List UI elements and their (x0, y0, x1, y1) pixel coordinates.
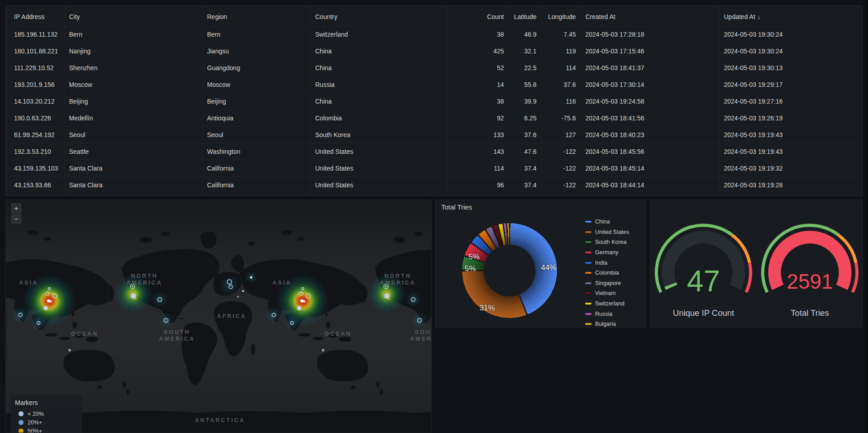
cell-count: 38 (447, 26, 509, 43)
cell-city: Seattle (64, 143, 202, 160)
marker-color-dot (19, 411, 24, 416)
cell-city: Santa Clara (64, 160, 202, 177)
pie-legend-item-bulgaria[interactable]: Bulgaria (585, 319, 629, 329)
column-header-country[interactable]: Country (310, 8, 447, 26)
cell-region: Jiangsu (202, 43, 310, 60)
column-header-updated-at[interactable]: Updated At↓ (719, 8, 858, 26)
pie-legend-item-germany[interactable]: Germany (585, 247, 629, 258)
cell-region: Washington (202, 143, 310, 160)
pie-legend-label: China (595, 219, 610, 225)
cell-ip: 14.103.20.212 (10, 93, 64, 110)
table-row[interactable]: 14.103.20.212BeijingBeijingChina3839.911… (10, 93, 858, 110)
cell-longitude: 127 (541, 127, 581, 143)
cell-created-at: 2024-05-03 18:45:56 (581, 143, 719, 160)
column-header-latitude[interactable]: Latitude (509, 8, 541, 26)
cell-city: Shenzhen (64, 60, 202, 76)
cell-updated-at: 2024-05-03 19:30:24 (719, 26, 858, 43)
column-header-region[interactable]: Region (202, 8, 310, 26)
markers-legend-item: 20%+ (15, 418, 77, 427)
pie-legend-item-united-states[interactable]: United States (585, 227, 629, 238)
geomap-panel[interactable]: ASIANORTH AMERICAOCEANSOUTH AMERICAAFRIC… (5, 200, 432, 433)
cell-created-at: 2024-05-03 17:28:18 (581, 26, 719, 43)
cell-longitude: -75.6 (541, 110, 581, 127)
table-row[interactable]: 43.159.135.103Santa ClaraCaliforniaUnite… (10, 160, 858, 177)
map-zoom-in-button[interactable]: + (11, 203, 21, 213)
pie-legend-item-colombia[interactable]: Colombia (585, 268, 629, 278)
legend-color-dash (585, 262, 591, 264)
markers-legend-label: 50%+ (28, 428, 42, 433)
cell-ip: 180.101.88.221 (10, 43, 64, 60)
table-row[interactable]: 193.201.9.156MoscowMoscowRussia1455.837.… (10, 76, 858, 93)
legend-color-dash (585, 231, 591, 233)
cell-region: Guangdong (202, 60, 310, 76)
table-row[interactable]: 185.196.11.132BernBernSwitzerland3846.97… (10, 26, 858, 43)
column-header-longitude[interactable]: Longitude (541, 8, 581, 26)
cell-country: China (310, 43, 447, 60)
cell-country: United States (310, 160, 447, 177)
pie-legend-label: Colombia (595, 270, 619, 276)
cell-longitude: -122 (541, 143, 581, 160)
gauge-threshold-ring (853, 263, 857, 292)
cell-country: Colombia (310, 110, 447, 127)
table-row[interactable]: 61.99.254.192SeoulSeoulSouth Korea13337.… (10, 127, 858, 143)
cell-country: Switzerland (310, 26, 447, 43)
pie-legend-item-switzerland[interactable]: Switzerland (585, 299, 629, 309)
cell-ip: 193.201.9.156 (10, 76, 64, 93)
cell-longitude: 114 (541, 60, 581, 76)
pie-legend-item-south-korea[interactable]: South Korea (585, 237, 629, 247)
marker-color-dot (19, 428, 24, 433)
pie-legend-item-india[interactable]: India (585, 257, 629, 268)
legend-color-dash (585, 272, 591, 274)
cell-country: United States (310, 143, 447, 160)
table-row[interactable]: 43.153.93.66Santa ClaraCaliforniaUnited … (10, 177, 858, 194)
cell-updated-at: 2024-05-03 19:19:43 (719, 143, 858, 160)
markers-legend-item: 50%+ (15, 427, 77, 433)
gauge-value-fill (670, 285, 671, 287)
cell-created-at: 2024-05-03 19:24:58 (581, 93, 719, 110)
pie-slice-percent-label: 44% (541, 263, 556, 272)
cell-ip: 190.0.63.226 (10, 110, 64, 127)
cell-created-at: 2024-05-03 17:30:14 (581, 76, 719, 93)
cell-city: Santa Clara (64, 177, 202, 194)
cell-country: Russia (310, 76, 447, 93)
column-header-created-at[interactable]: Created At (581, 8, 719, 26)
cell-count: 425 (447, 43, 509, 60)
page-scrollbar[interactable] (865, 0, 868, 433)
cell-updated-at: 2024-05-03 19:27:16 (719, 93, 858, 110)
cell-latitude: 37.6 (509, 127, 541, 143)
pie-legend-label: Switzerland (595, 300, 625, 307)
markers-legend-label: < 20% (28, 411, 44, 417)
cell-country: United States (310, 177, 447, 194)
cell-longitude: -122 (541, 160, 581, 177)
cell-updated-at: 2024-05-03 19:19:28 (719, 177, 858, 194)
cell-region: Bern (202, 26, 310, 43)
map-zoom-out-button[interactable]: − (11, 214, 21, 224)
table-row[interactable]: 180.101.88.221NanjingJiangsuChina42532.1… (10, 43, 858, 60)
cell-region: Seoul (202, 127, 310, 143)
pie-slice-percent-label: 31% (480, 304, 495, 313)
pie-legend-item-vietnam[interactable]: Vietnam (585, 288, 629, 299)
gauge-value: 2591 (787, 270, 833, 293)
legend-color-dash (585, 252, 591, 253)
pie-legend-item-singapore[interactable]: Singapore (585, 278, 629, 289)
gauge-unique-ip-count: 47Unique IP Count (650, 200, 757, 328)
pie-legend-label: Vietnam (595, 290, 616, 296)
marker-color-dot (19, 420, 24, 425)
column-header-ip-address[interactable]: IP Address (10, 8, 64, 26)
table-row[interactable]: 190.0.63.226MedellínAntioquiaColombia926… (10, 110, 858, 127)
pie-legend-item-china[interactable]: China (585, 217, 629, 227)
markers-legend-item: < 20% (15, 409, 77, 418)
cell-created-at: 2024-05-03 18:41:37 (581, 60, 719, 76)
table-row[interactable]: 111.229.10.52ShenzhenGuangdongChina5222.… (10, 60, 858, 76)
geoip-table-panel: IP AddressCityRegionCountryCountLatitude… (5, 5, 863, 196)
column-header-city[interactable]: City (64, 8, 202, 26)
table-body: 185.196.11.132BernBernSwitzerland3846.97… (10, 26, 858, 194)
pie-legend-label: Germany (595, 249, 618, 256)
column-header-count[interactable]: Count (447, 8, 509, 26)
table-row[interactable]: 192.3.53.210SeattleWashingtonUnited Stat… (10, 143, 858, 160)
cell-updated-at: 2024-05-03 19:26:19 (719, 110, 858, 127)
cell-ip: 111.229.10.52 (10, 60, 64, 76)
pie-legend-item-russia[interactable]: Russia (585, 309, 629, 319)
pie-panel-title[interactable]: Total Tries (441, 203, 472, 211)
cell-city: Seoul (64, 127, 202, 143)
